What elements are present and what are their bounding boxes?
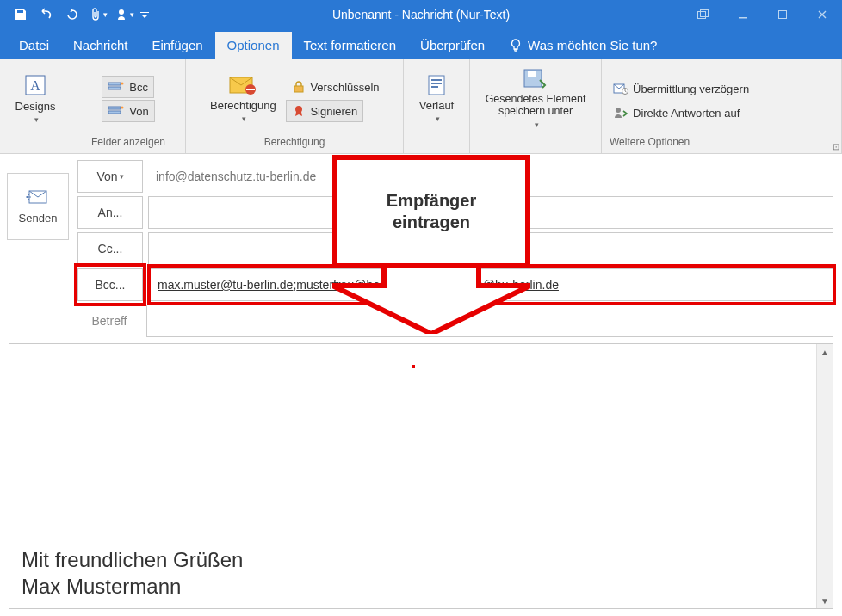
cc-input[interactable] [148, 232, 833, 265]
svg-point-12 [121, 107, 124, 109]
scrollbar[interactable]: ▲ ▼ [816, 344, 833, 608]
save-icon[interactable] [9, 3, 33, 27]
svg-rect-23 [528, 71, 536, 77]
bcc-toggle[interactable]: Bcc [102, 76, 154, 98]
svg-rect-7 [108, 83, 121, 85]
svg-point-17 [295, 106, 302, 113]
tab-ueberpruefen[interactable]: Überprüfen [408, 32, 497, 59]
designs-label: Designs [15, 101, 56, 113]
svg-rect-11 [108, 111, 121, 114]
svg-point-26 [616, 108, 621, 113]
signature-line-2: Max Mustermann [22, 573, 804, 600]
verlauf-button[interactable]: Verlauf ▾ [411, 66, 462, 132]
cc-button[interactable]: Cc... [77, 232, 143, 265]
an-button[interactable]: An... [77, 196, 143, 229]
lightbulb-icon [509, 39, 523, 52]
svg-rect-15 [246, 89, 255, 90]
bcc-address-2[interactable]: musterfrau@berlin.de [296, 278, 412, 292]
bcc-address-1[interactable]: max.muster@tu-berlin.de [158, 278, 293, 292]
signieren-label: Signieren [310, 105, 357, 118]
scroll-down-icon[interactable]: ▼ [817, 593, 833, 608]
svg-rect-8 [108, 87, 121, 89]
svg-point-9 [121, 83, 124, 85]
svg-rect-21 [431, 86, 438, 88]
svg-rect-1 [698, 12, 706, 19]
berechtigung-label: Berechtigung [210, 100, 276, 112]
direkte-antworten-button[interactable]: Direkte Antworten auf [607, 102, 746, 124]
svg-rect-4 [779, 11, 787, 19]
tab-text-formatieren[interactable]: Text formatieren [292, 32, 409, 59]
delay-delivery-icon [613, 82, 628, 95]
direkte-label: Direkte Antworten auf [633, 107, 740, 120]
svg-point-0 [119, 9, 124, 15]
attach-icon[interactable]: ▾ [86, 3, 110, 27]
von-icon [108, 104, 125, 118]
berechtigung-button[interactable]: Berechtigung ▾ [203, 66, 282, 132]
send-icon [26, 189, 50, 206]
group-berechtigung-label: Berechtigung [191, 136, 398, 153]
undo-icon[interactable] [34, 3, 59, 27]
bcc-icon [108, 80, 125, 94]
direct-replies-icon [613, 106, 628, 120]
tell-me[interactable]: Was möchten Sie tun? [497, 32, 669, 59]
verlauf-label: Verlauf [419, 100, 454, 112]
von-button[interactable]: Von ▾ [77, 160, 143, 193]
bcc-toggle-label: Bcc [129, 81, 148, 94]
envelope-denied-icon [228, 74, 257, 96]
tell-me-label: Was möchten Sie tun? [528, 38, 657, 52]
qat-more-icon[interactable] [138, 3, 152, 27]
gesendetes-label: Gesendetes Element speichern unter [480, 94, 591, 118]
verschluesseln-label: Verschlüsseln [310, 81, 379, 94]
svg-rect-18 [429, 76, 444, 95]
von-toggle-label: Von [129, 105, 148, 118]
send-button[interactable]: Senden [7, 173, 69, 240]
verschluesseln-button[interactable]: Verschlüsseln [286, 76, 385, 98]
bcc-button[interactable]: Bcc... [77, 268, 143, 301]
uebermittlung-verzoegern-button[interactable]: Übermittlung verzögern [607, 77, 755, 100]
lock-icon [292, 80, 306, 94]
cursor-marker [412, 365, 415, 368]
designs-button[interactable]: A Designs ▾ [9, 66, 61, 132]
tab-nachricht[interactable]: Nachricht [61, 32, 139, 59]
tab-optionen[interactable]: Optionen [215, 32, 292, 59]
bcc-address-3[interactable]: mustermann@hu-berlin.de [416, 278, 559, 292]
von-value: info@datenschutz.tu-berlin.de [148, 160, 833, 193]
signieren-button[interactable]: Signieren [286, 100, 363, 122]
object-icon[interactable]: ▾ [112, 3, 136, 27]
close-icon[interactable] [802, 0, 842, 29]
gesendetes-speichern-button[interactable]: Gesendetes Element speichern unter ▾ [480, 66, 591, 132]
svg-rect-20 [431, 83, 442, 84]
scroll-up-icon[interactable]: ▲ [817, 344, 833, 360]
betreff-label: Betreff [77, 314, 141, 328]
save-as-icon [523, 68, 548, 90]
group-launcher-icon[interactable]: ⊡ [833, 142, 839, 151]
svg-rect-10 [108, 107, 121, 109]
betreff-input[interactable] [146, 305, 833, 337]
tab-einfuegen[interactable]: Einfügen [139, 32, 214, 59]
send-label: Senden [19, 212, 58, 225]
group-felder-label: Felder anzeigen [77, 136, 180, 153]
maximize-icon[interactable] [763, 0, 802, 29]
redo-icon[interactable] [60, 3, 84, 27]
restore-up-icon[interactable] [684, 0, 723, 29]
von-toggle[interactable]: Von [102, 100, 154, 122]
verlauf-icon [424, 74, 449, 96]
svg-text:A: A [30, 78, 40, 93]
group-weitere-label: Weitere Optionen [604, 136, 839, 153]
an-input[interactable] [148, 196, 833, 229]
svg-rect-16 [294, 86, 303, 92]
tab-datei[interactable]: Datei [7, 32, 61, 59]
bcc-input[interactable]: max.muster@tu-berlin.de; musterfrau@berl… [150, 268, 833, 301]
svg-rect-3 [739, 17, 747, 19]
signature-line-1: Mit freundlichen Grüßen [22, 546, 804, 573]
svg-rect-19 [431, 79, 442, 81]
message-body[interactable]: Mit freundlichen Grüßen Max Mustermann [9, 344, 816, 608]
designs-icon: A [23, 73, 47, 97]
svg-rect-2 [701, 10, 709, 17]
minimize-icon[interactable] [723, 0, 763, 29]
ribbon-seal-icon [292, 104, 306, 118]
uebermittlung-label: Übermittlung verzögern [633, 83, 749, 95]
